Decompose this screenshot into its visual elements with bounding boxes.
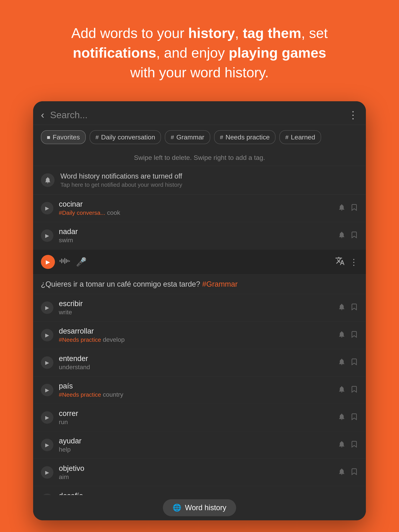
sentence-row: ¿Quieres ir a tomar un café conmigo esta… [33, 275, 366, 294]
notification-banner[interactable]: Word history notifications are turned of… [33, 166, 366, 195]
hero-line3: with your word history. [130, 65, 269, 80]
tags-row: ■ Favorites # Daily conversation # Gramm… [33, 125, 366, 150]
notify-correr-button[interactable] [338, 413, 346, 422]
word-cocinar-translation: cook [107, 209, 120, 216]
word-info-nadar: nadar swim [59, 228, 332, 244]
app-card: ‹ Search... ⋮ ■ Favorites # Daily conver… [33, 101, 366, 520]
word-cocinar-actions [338, 203, 358, 213]
play-escribir-button[interactable]: ▶ [41, 301, 53, 314]
scroll-area[interactable]: ‹ Search... ⋮ ■ Favorites # Daily conver… [33, 101, 366, 495]
play-objetivo-button[interactable]: ▶ [41, 466, 53, 479]
word-history-icon: 🌐 [173, 504, 181, 512]
back-button[interactable]: ‹ [41, 109, 44, 121]
hero-bold-notifications: notifications [73, 45, 156, 61]
bookmark-entender-button[interactable] [350, 358, 358, 367]
word-desarrollar-tag: #Needs practice [59, 336, 101, 343]
word-row-desarrollar: ▶ desarrollar #Needs practice develop [33, 322, 366, 349]
play-pais-button[interactable]: ▶ [41, 384, 53, 396]
word-escribir-name: escribir [59, 299, 332, 308]
notify-nadar-button[interactable] [338, 231, 346, 241]
tag-needs-label: Needs practice [225, 133, 270, 141]
word-row-objetivo: ▶ objetivo aim [33, 459, 366, 486]
more-menu-button[interactable]: ⋮ [348, 109, 358, 121]
tag-favorites[interactable]: ■ Favorites [41, 130, 86, 144]
word-objetivo-meta: aim [59, 473, 332, 481]
play-desafio-button[interactable]: ▶ [41, 494, 53, 495]
tag-needs-practice[interactable]: # Needs practice [214, 130, 276, 144]
tag-learned-label: Learned [291, 133, 315, 141]
bookmark-ayudar-button[interactable] [350, 440, 358, 450]
notify-pais-button[interactable] [338, 385, 346, 395]
tag-favorites-icon: ■ [47, 134, 50, 141]
play-entender-button[interactable]: ▶ [41, 356, 53, 369]
word-pais-actions [338, 385, 358, 395]
sentence-tag: #Grammar [202, 280, 238, 288]
search-bar: ‹ Search... ⋮ [33, 101, 366, 125]
waveform-icon [60, 257, 71, 267]
svg-rect-2 [63, 259, 64, 262]
tag-grammar[interactable]: # Grammar [165, 130, 210, 144]
notify-escribir-button[interactable] [338, 303, 346, 313]
notify-cocinar-button[interactable] [338, 203, 346, 213]
microphone-icon[interactable]: 🎤 [76, 257, 87, 267]
word-entender-meta: understand [59, 364, 332, 371]
play-ayudar-button[interactable]: ▶ [41, 439, 53, 451]
tag-learned[interactable]: # Learned [279, 130, 321, 144]
notify-ayudar-button[interactable] [338, 440, 346, 450]
word-ayudar-meta: help [59, 446, 332, 453]
play-nadar-button[interactable]: ▶ [41, 229, 53, 242]
word-desarrollar-actions [338, 330, 358, 340]
notify-desarrollar-button[interactable] [338, 330, 346, 340]
notification-icon [41, 173, 55, 187]
word-nadar-translation: swim [59, 237, 73, 244]
bookmark-correr-button[interactable] [350, 413, 358, 422]
word-history-label: Word history [185, 504, 226, 512]
word-row-ayudar: ▶ ayudar help [33, 431, 366, 459]
bookmark-pais-button[interactable] [350, 385, 358, 395]
notification-title: Word history notifications are turned of… [60, 172, 182, 180]
word-ayudar-translation: help [59, 446, 71, 453]
tag-grammar-icon: # [171, 134, 174, 141]
notification-subtitle: Tap here to get notified about your word… [60, 182, 182, 188]
word-info-correr: correr run [59, 409, 332, 426]
tag-daily-label: Daily conversation [101, 133, 155, 141]
play-correr-button[interactable]: ▶ [41, 411, 53, 424]
word-info-desafio: desafío challenge [59, 492, 332, 495]
hero-section: Add words to your history, tag them, set… [0, 0, 399, 98]
notification-text: Word history notifications are turned of… [60, 172, 182, 188]
play-cocinar-button[interactable]: ▶ [41, 202, 53, 214]
bookmark-objetivo-button[interactable] [350, 468, 358, 477]
word-desafio-name: desafío [59, 492, 332, 495]
translate-button[interactable] [335, 256, 345, 268]
play-desarrollar-button[interactable]: ▶ [41, 329, 53, 341]
bookmark-escribir-button[interactable] [350, 303, 358, 313]
word-row-pais: ▶ país #Needs practice country [33, 376, 366, 404]
tag-grammar-label: Grammar [176, 133, 204, 141]
word-ayudar-name: ayudar [59, 437, 332, 445]
audio-more-button[interactable]: ⋮ [349, 257, 358, 267]
word-row-desafio: ▶ desafío challenge [33, 486, 366, 495]
tag-daily-conversation[interactable]: # Daily conversation [90, 130, 161, 144]
bottom-bar: 🌐 Word history [33, 495, 366, 520]
bookmark-nadar-button[interactable] [350, 231, 358, 241]
bookmark-cocinar-button[interactable] [350, 203, 358, 213]
word-nadar-name: nadar [59, 228, 332, 236]
word-row-nadar: ▶ nadar swim [33, 222, 366, 249]
sentence-text: ¿Quieres ir a tomar un café conmigo esta… [41, 280, 200, 288]
word-objetivo-name: objetivo [59, 464, 332, 473]
svg-rect-1 [61, 259, 62, 263]
word-entender-name: entender [59, 355, 332, 363]
word-history-button[interactable]: 🌐 Word history [163, 499, 236, 516]
hero-text: Add words to your history, tag them, set… [39, 23, 360, 82]
word-desarrollar-meta: #Needs practice develop [59, 336, 332, 343]
word-row-cocinar: ▶ cocinar #Daily conversa... cook [33, 195, 366, 222]
svg-rect-3 [64, 258, 65, 264]
notify-entender-button[interactable] [338, 358, 346, 367]
svg-rect-4 [66, 259, 67, 263]
svg-rect-0 [60, 260, 61, 262]
search-input[interactable]: Search... [50, 110, 342, 120]
word-nadar-meta: swim [59, 237, 332, 244]
notify-objetivo-button[interactable] [338, 468, 346, 477]
audio-play-button[interactable]: ▶ [41, 255, 55, 269]
bookmark-desarrollar-button[interactable] [350, 330, 358, 340]
